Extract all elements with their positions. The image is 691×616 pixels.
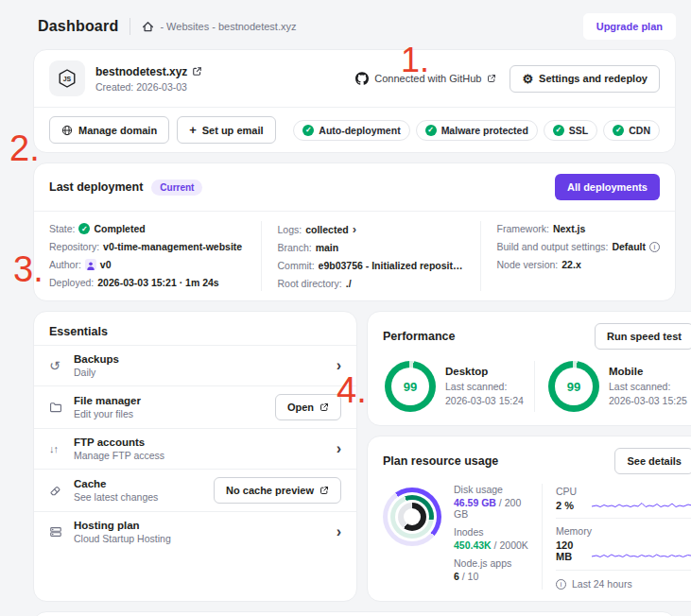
plus-icon: + bbox=[189, 124, 197, 136]
commit-value: e9b03756 - Initialized repository for ch… bbox=[319, 260, 466, 271]
commit-label: Commit: bbox=[277, 260, 314, 271]
setup-email-label: Set up email bbox=[202, 125, 264, 136]
inodes-value: 450.43K bbox=[454, 539, 492, 551]
inodes-label: Inodes bbox=[454, 526, 532, 538]
essentials-item-hosting-plan[interactable]: Hosting planCloud Startup Hosting › bbox=[34, 511, 356, 552]
logs-label: Logs: bbox=[277, 224, 302, 235]
breadcrumb: - Websites - bestnodetest.xyz bbox=[142, 21, 296, 33]
cpu-label: CPU bbox=[556, 486, 577, 497]
external-link-icon[interactable] bbox=[192, 66, 202, 77]
hosting-plan-label: Hosting plan bbox=[74, 520, 171, 531]
setup-email-button[interactable]: + Set up email bbox=[177, 116, 275, 144]
build-settings-label: Build and output settings: bbox=[496, 241, 608, 252]
chevron-right-icon[interactable]: › bbox=[337, 523, 341, 540]
site-card: JS bestnodetest.xyz Created: 2026-03-03 … bbox=[33, 49, 676, 153]
author-value: v0 bbox=[100, 259, 112, 270]
info-icon[interactable]: i bbox=[649, 242, 660, 252]
deployed-label: Deployed: bbox=[49, 277, 94, 288]
run-speed-test-button[interactable]: Run speed test bbox=[595, 323, 691, 350]
site-created-date: Created: 2026-03-03 bbox=[95, 81, 202, 93]
see-details-button[interactable]: See details bbox=[614, 448, 691, 474]
external-link-icon bbox=[320, 486, 329, 495]
desktop-performance: 99 Desktop Last scanned:2026-03-03 15:24 bbox=[379, 361, 534, 412]
cache-label: Cache bbox=[74, 478, 158, 489]
info-icon[interactable]: i bbox=[556, 579, 566, 590]
branch-value: main bbox=[316, 242, 339, 253]
resource-usage-title: Plan resource usage bbox=[383, 454, 498, 468]
svg-text:JS: JS bbox=[63, 76, 72, 82]
server-stack-icon bbox=[49, 525, 74, 539]
external-link-icon bbox=[320, 402, 329, 412]
chevron-right-icon[interactable]: › bbox=[337, 440, 341, 457]
annotation-3: 3. bbox=[13, 251, 43, 287]
gear-icon: ⚙ bbox=[522, 73, 533, 85]
repository-value: v0-time-management-website bbox=[103, 241, 242, 252]
disk-usage-value: 46.59 GB bbox=[454, 497, 496, 508]
mobile-score: 99 bbox=[555, 368, 593, 405]
github-icon bbox=[355, 72, 369, 85]
manage-domain-button[interactable]: Manage domain bbox=[49, 116, 169, 144]
node-version-value: 22.x bbox=[561, 259, 580, 270]
deployed-value: 2026-03-03 15:21 · 1m 24s bbox=[97, 277, 218, 288]
mobile-scanned-label: Last scanned: bbox=[609, 381, 670, 392]
desktop-scanned-date: 2026-03-03 15:24 bbox=[445, 395, 524, 406]
current-badge: Current bbox=[151, 180, 202, 196]
home-icon[interactable] bbox=[142, 21, 154, 33]
last-24-hours-footer: i Last 24 hours bbox=[556, 570, 691, 590]
chevron-right-icon[interactable]: › bbox=[353, 223, 356, 235]
desktop-label: Desktop bbox=[445, 366, 524, 377]
build-settings-value: Default bbox=[612, 241, 646, 252]
cpu-sparkline bbox=[592, 499, 691, 509]
all-deployments-button[interactable]: All deployments bbox=[555, 174, 660, 200]
file-manager-sub: Edit your files bbox=[74, 408, 141, 419]
check-circle-icon: ✓ bbox=[425, 125, 437, 136]
nodejs-apps-label: Node.js apps bbox=[454, 557, 532, 569]
memory-metric: Memory 120 MB bbox=[556, 518, 691, 569]
no-cache-preview-label: No cache preview bbox=[226, 485, 314, 496]
manage-domain-label: Manage domain bbox=[78, 125, 157, 136]
resource-usage-card: Plan resource usage See details Disk usa… bbox=[367, 436, 691, 602]
site-domain: bestnodetest.xyz bbox=[95, 65, 187, 78]
last-deployment-card: Last deployment Current All deployments … bbox=[33, 163, 676, 301]
mobile-label: Mobile bbox=[609, 366, 687, 377]
badge-malware-protected: ✓Malware protected bbox=[416, 120, 538, 141]
author-avatar bbox=[85, 259, 96, 270]
folder-icon bbox=[49, 401, 74, 414]
root-directory-value: ./ bbox=[346, 278, 352, 289]
check-circle-icon: ✓ bbox=[613, 125, 624, 136]
globe-icon bbox=[61, 125, 73, 136]
disk-usage-label: Disk usage bbox=[454, 484, 532, 495]
check-circle-icon: ✓ bbox=[302, 125, 314, 136]
no-cache-preview-button[interactable]: No cache preview bbox=[214, 477, 341, 504]
upgrade-plan-button[interactable]: Upgrade plan bbox=[583, 13, 676, 40]
external-link-icon bbox=[487, 74, 496, 83]
badge-auto-deployment: ✓Auto-deployment bbox=[293, 120, 409, 141]
memory-value: 120 MB bbox=[556, 539, 573, 562]
check-circle-icon: ✓ bbox=[553, 125, 564, 136]
mobile-performance: 99 Mobile Last scanned:2026-03-03 15:25 bbox=[534, 361, 691, 412]
last-24-hours-label: Last 24 hours bbox=[572, 578, 632, 590]
badge-cdn: ✓CDN bbox=[603, 120, 660, 141]
hosting-plan-sub: Cloud Startup Hosting bbox=[74, 533, 171, 544]
essentials-item-cache[interactable]: CacheSee latest changes No cache preview bbox=[34, 469, 356, 511]
file-manager-label: File manager bbox=[74, 395, 141, 406]
check-circle-icon: ✓ bbox=[78, 223, 90, 234]
eraser-icon bbox=[49, 484, 74, 497]
open-file-manager-button[interactable]: Open bbox=[275, 394, 341, 420]
mobile-score-ring: 99 bbox=[548, 361, 599, 412]
node-version-label: Node version: bbox=[496, 259, 558, 270]
essentials-item-file-manager[interactable]: File managerEdit your files Open bbox=[34, 385, 356, 428]
essentials-item-ftp-accounts[interactable]: ↓↑ FTP accountsManage FTP access › bbox=[34, 428, 356, 469]
essentials-title: Essentials bbox=[34, 312, 356, 345]
tips-title: Tips to improve bbox=[34, 612, 675, 616]
state-value: Completed bbox=[94, 223, 145, 234]
resource-usage-donut bbox=[383, 488, 441, 546]
logs-value: collected bbox=[305, 224, 349, 235]
settings-redeploy-button[interactable]: ⚙ Settings and redeploy bbox=[510, 65, 660, 93]
essentials-item-backups[interactable]: ↺ BackupsDaily › bbox=[34, 345, 356, 385]
repository-label: Repository: bbox=[49, 241, 99, 252]
cpu-value: 2 % bbox=[556, 500, 574, 511]
settings-redeploy-label: Settings and redeploy bbox=[539, 73, 648, 84]
dashboard-page: Dashboard - Websites - bestnodetest.xyz … bbox=[0, 0, 691, 616]
badge-ssl: ✓SSL bbox=[544, 120, 597, 141]
